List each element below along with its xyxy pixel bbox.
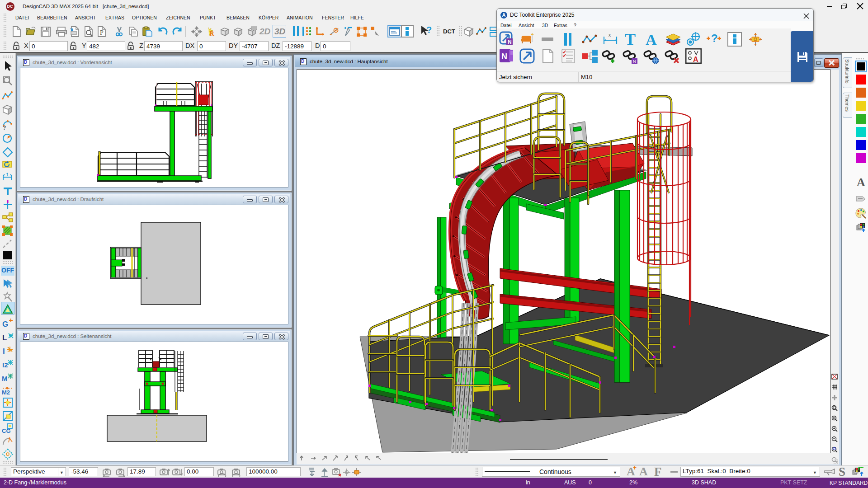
svg-text:L: L	[2, 333, 7, 342]
svg-text:?: ?	[711, 33, 718, 44]
svg-text:N: N	[508, 39, 512, 45]
svg-text:M: M	[2, 375, 8, 382]
svg-text:A: A	[646, 31, 657, 47]
svg-text:T: T	[625, 31, 636, 47]
svg-text:x: x	[609, 33, 611, 38]
svg-text:?: ?	[426, 25, 432, 35]
svg-text:M2: M2	[2, 389, 10, 396]
svg-text:R: R	[209, 30, 214, 37]
svg-text:?: ?	[3, 125, 6, 130]
svg-text:N: N	[501, 52, 507, 61]
svg-text:N: N	[633, 59, 636, 64]
svg-text:G: G	[2, 320, 8, 328]
svg-text:I2: I2	[2, 361, 8, 369]
svg-text:A: A	[693, 56, 698, 63]
svg-text:P: P	[100, 29, 104, 36]
svg-text:I: I	[3, 347, 5, 356]
